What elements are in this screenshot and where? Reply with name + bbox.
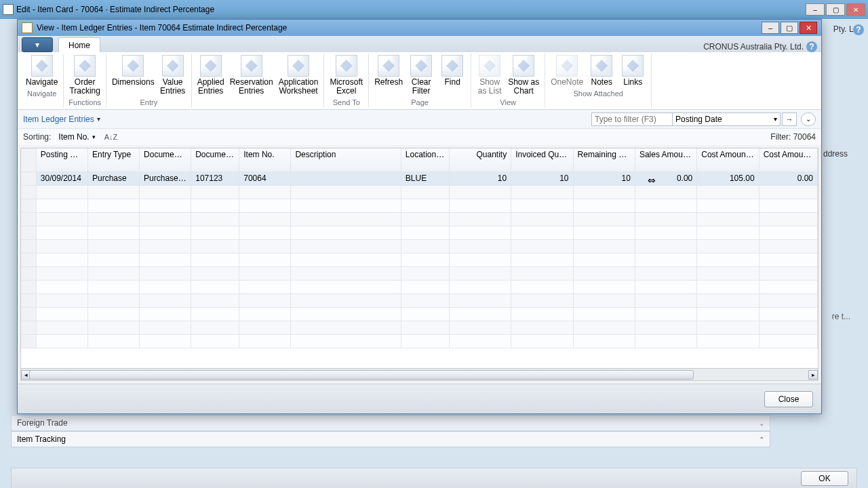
order-tracking-button[interactable]: Order Tracking	[66, 54, 103, 97]
apply-filter-button[interactable]: →	[782, 113, 797, 126]
clear-filter-button[interactable]: Clear Filter	[406, 54, 437, 97]
file-menu-button[interactable]: ▾	[22, 37, 53, 52]
cell-doc-no[interactable]: 107123	[191, 171, 239, 185]
cell-rem-qty[interactable]: 10	[573, 171, 635, 185]
expand-icon[interactable]: ⌄	[759, 420, 764, 427]
maximize-button[interactable]: ▢	[826, 3, 845, 16]
cell-cost-ni[interactable]: 0.00	[759, 171, 817, 185]
application-worksheet-button[interactable]: Application Worksheet	[276, 54, 321, 97]
page-title: Item Ledger Entries	[23, 115, 94, 124]
excel-button[interactable]: Microsoft Excel	[327, 54, 366, 97]
show-as-list-button[interactable]: Show as List	[474, 54, 505, 97]
row-selector-header[interactable]	[21, 148, 36, 171]
close-button[interactable]: ✕	[846, 3, 865, 16]
scrollbar-thumb[interactable]	[29, 370, 694, 380]
outer-footer: OK	[11, 468, 857, 488]
notes-button[interactable]: Notes	[586, 54, 617, 88]
cell-inv-qty[interactable]: 10	[511, 171, 573, 185]
col-cost-amt[interactable]: Cost Amount (Actual)	[697, 148, 759, 171]
cell-cost[interactable]: 105.00	[697, 171, 759, 185]
col-posting-date[interactable]: Posting Date	[36, 148, 87, 171]
onenote-button[interactable]: OneNote	[548, 54, 586, 88]
col-doc-no[interactable]: Document No.	[191, 148, 239, 171]
cell-sales[interactable]: 0.00	[635, 171, 696, 185]
row-selector[interactable]	[21, 171, 36, 185]
ok-button[interactable]: OK	[801, 471, 848, 486]
filter-field-combo[interactable]: Posting Date ▾	[672, 113, 781, 126]
help-icon[interactable]: ?	[806, 41, 817, 52]
filter-input[interactable]	[591, 113, 673, 126]
grid-header-row: Posting Date Entry Type Document Type Do…	[21, 148, 818, 171]
col-location[interactable]: Location Code	[401, 148, 449, 171]
close-modal-button[interactable]: Close	[764, 391, 813, 407]
col-cost-ni[interactable]: Cost Amount (Non-Invtbl.)	[759, 148, 817, 171]
modal-close-button[interactable]: ✕	[800, 22, 817, 34]
cell-description[interactable]	[291, 171, 401, 185]
cell-location[interactable]: BLUE	[401, 171, 449, 185]
minimize-button[interactable]: –	[806, 3, 825, 16]
table-row[interactable]	[21, 199, 818, 212]
table-row[interactable]	[21, 280, 818, 293]
col-quantity[interactable]: Quantity	[449, 148, 511, 171]
modal-minimize-button[interactable]: –	[762, 22, 779, 34]
ledger-grid[interactable]: Posting Date Entry Type Document Type Do…	[21, 148, 818, 348]
table-row[interactable]	[21, 266, 818, 280]
table-row[interactable]	[21, 239, 818, 253]
applied-entries-button[interactable]: Applied Entries	[195, 54, 227, 97]
cell-entry-type[interactable]: Purchase	[87, 171, 139, 185]
group-functions-label: Functions	[68, 98, 101, 106]
scroll-right-button[interactable]: ▸	[808, 370, 818, 380]
table-row[interactable]	[21, 321, 818, 334]
tab-home[interactable]: Home	[58, 37, 100, 52]
sorting-label: Sorting:	[23, 132, 51, 142]
cell-posting-date[interactable]: 30/09/2014	[36, 171, 87, 185]
table-row[interactable]: 30/09/2014 Purchase Purchase R... 107123…	[21, 171, 818, 185]
table-row[interactable]	[21, 307, 818, 321]
table-row[interactable]	[21, 212, 818, 226]
navigate-button[interactable]: Navigate	[23, 54, 60, 88]
value-entries-button[interactable]: Value Entries	[157, 54, 189, 97]
help-icon[interactable]: ?	[853, 24, 864, 35]
order-tracking-label: Order Tracking	[69, 78, 100, 96]
dimensions-button[interactable]: Dimensions	[109, 54, 157, 97]
expand-filter-button[interactable]: ⌄	[801, 113, 816, 126]
col-description[interactable]: Description	[291, 148, 401, 171]
group-showattached-label: Show Attached	[574, 89, 623, 98]
sorting-field-combo[interactable]: Item No. ▾	[55, 131, 98, 143]
item-tracking-section[interactable]: Item Tracking ⌃	[11, 431, 770, 447]
sort-bar: Sorting: Item No. ▾ A↓Z Filter: 70064	[18, 129, 821, 145]
clear-filter-label: Clear Filter	[412, 78, 431, 96]
col-rem-qty[interactable]: Remaining Quantity	[573, 148, 635, 171]
modal-titlebar: View - Item Ledger Entries - Item 70064 …	[18, 20, 821, 36]
list-icon	[479, 55, 500, 77]
horizontal-scrollbar[interactable]: ◂ ▸	[21, 368, 818, 380]
table-row[interactable]	[21, 253, 818, 266]
foreign-trade-section[interactable]: Foreign Trade ⌄	[11, 415, 770, 431]
navigate-icon	[31, 55, 53, 77]
col-doc-type[interactable]: Document Type	[140, 148, 191, 171]
refresh-button[interactable]: Refresh	[372, 54, 406, 97]
links-button[interactable]: Links	[617, 54, 648, 88]
table-row[interactable]	[21, 293, 818, 307]
links-label: Links	[623, 78, 642, 87]
show-as-chart-button[interactable]: Show as Chart	[505, 54, 542, 97]
reservation-entries-icon	[241, 55, 262, 77]
col-inv-qty[interactable]: Invoiced Quantity	[511, 148, 573, 171]
table-row[interactable]	[21, 226, 818, 239]
cell-doc-type[interactable]: Purchase R...	[140, 171, 191, 185]
page-title-dropdown[interactable]: Item Ledger Entries ▾	[23, 115, 100, 124]
clear-filter-icon	[410, 55, 432, 77]
table-row[interactable]	[21, 334, 818, 348]
col-entry-type[interactable]: Entry Type	[87, 148, 139, 171]
modal-maximize-button[interactable]: ▢	[781, 22, 798, 34]
refresh-label: Refresh	[374, 78, 403, 87]
cell-quantity[interactable]: 10	[449, 171, 511, 185]
reservation-entries-button[interactable]: Reservation Entries	[227, 54, 276, 97]
cell-item-no[interactable]: 70064	[239, 171, 291, 185]
sort-ascending-icon[interactable]: A↓Z	[104, 133, 118, 141]
table-row[interactable]	[21, 185, 818, 199]
col-sales-amt[interactable]: Sales Amount (Actual)	[635, 148, 696, 171]
col-item-no[interactable]: Item No.	[239, 148, 291, 171]
find-button[interactable]: Find	[437, 54, 468, 97]
expand-icon[interactable]: ⌃	[759, 436, 764, 443]
